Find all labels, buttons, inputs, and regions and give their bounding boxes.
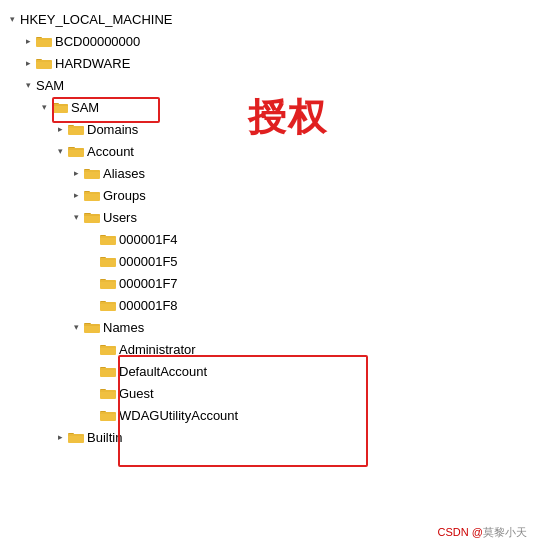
expander-u1f4[interactable] <box>84 231 100 247</box>
expander-hardware[interactable] <box>20 55 36 71</box>
item-label-users: Users <box>103 210 137 225</box>
expander-u1f7[interactable] <box>84 275 100 291</box>
expander-defacct[interactable] <box>84 363 100 379</box>
svg-rect-14 <box>68 148 84 150</box>
folder-icon-aliases <box>84 166 100 180</box>
tree-item-bcd[interactable]: BCD00000000 <box>0 30 535 52</box>
registry-tree: HKEY_LOCAL_MACHINE BCD00000000 HARDWARES… <box>0 0 535 456</box>
expander-domains[interactable] <box>52 121 68 137</box>
expander-sam-root[interactable] <box>20 77 36 93</box>
tree-item-builtin[interactable]: Builtin <box>0 426 535 448</box>
tree-item-u1f5[interactable]: 000001F5 <box>0 250 535 272</box>
tree-item-u1f4[interactable]: 000001F4 <box>0 228 535 250</box>
item-label-wdag: WDAGUtilityAccount <box>119 408 238 423</box>
tree-item-aliases[interactable]: Aliases <box>0 162 535 184</box>
tree-item-wdag[interactable]: WDAGUtilityAccount <box>0 404 535 426</box>
item-label-names: Names <box>103 320 144 335</box>
svg-rect-11 <box>68 126 84 128</box>
item-label-u1f8: 000001F8 <box>119 298 178 313</box>
tree-item-account[interactable]: Account <box>0 140 535 162</box>
item-label-hklm: HKEY_LOCAL_MACHINE <box>20 12 172 27</box>
tree-item-u1f7[interactable]: 000001F7 <box>0 272 535 294</box>
folder-icon-u1f4 <box>100 232 116 246</box>
svg-rect-53 <box>68 434 84 436</box>
folder-icon-domains <box>68 122 84 136</box>
watermark: CSDN @莫黎小天 <box>438 525 527 540</box>
expander-builtin[interactable] <box>52 429 68 445</box>
folder-icon-defacct <box>100 364 116 378</box>
item-label-sam-root: SAM <box>36 78 64 93</box>
item-label-u1f5: 000001F5 <box>119 254 178 269</box>
svg-rect-2 <box>36 38 52 40</box>
folder-icon-u1f5 <box>100 254 116 268</box>
svg-rect-23 <box>84 214 100 216</box>
item-label-defacct: DefaultAccount <box>119 364 207 379</box>
folder-icon-names <box>84 320 100 334</box>
folder-icon-groups <box>84 188 100 202</box>
expander-names[interactable] <box>68 319 84 335</box>
item-label-account: Account <box>87 144 134 159</box>
tree-item-groups[interactable]: Groups <box>0 184 535 206</box>
expander-admin[interactable] <box>84 341 100 357</box>
expander-users[interactable] <box>68 209 84 225</box>
expander-wdag[interactable] <box>84 407 100 423</box>
tree-item-admin[interactable]: Administrator <box>0 338 535 360</box>
expander-bcd[interactable] <box>20 33 36 49</box>
folder-icon-admin <box>100 342 116 356</box>
expander-hklm[interactable] <box>4 11 20 27</box>
svg-rect-29 <box>100 258 116 260</box>
item-label-domains: Domains <box>87 122 138 137</box>
expander-aliases[interactable] <box>68 165 84 181</box>
svg-rect-5 <box>36 60 52 62</box>
watermark-csdn: CSDN @ <box>438 526 483 538</box>
item-label-groups: Groups <box>103 188 146 203</box>
folder-icon-users <box>84 210 100 224</box>
folder-icon-sam <box>52 100 68 114</box>
item-label-bcd: BCD00000000 <box>55 34 140 49</box>
tree-item-u1f8[interactable]: 000001F8 <box>0 294 535 316</box>
folder-icon-bcd <box>36 34 52 48</box>
svg-rect-8 <box>52 104 68 106</box>
svg-rect-38 <box>84 324 100 326</box>
authorization-label: 授权 <box>248 92 328 143</box>
svg-rect-26 <box>100 236 116 238</box>
item-label-builtin: Builtin <box>87 430 122 445</box>
tree-item-hklm[interactable]: HKEY_LOCAL_MACHINE <box>0 8 535 30</box>
svg-rect-17 <box>84 170 100 172</box>
watermark-author: 莫黎小天 <box>483 526 527 538</box>
svg-rect-41 <box>100 346 116 348</box>
svg-rect-35 <box>100 302 116 304</box>
folder-icon-wdag <box>100 408 116 422</box>
item-label-hardware: HARDWARE <box>55 56 130 71</box>
tree-item-names[interactable]: Names <box>0 316 535 338</box>
folder-icon-u1f7 <box>100 276 116 290</box>
svg-rect-44 <box>100 368 116 370</box>
tree-item-defacct[interactable]: DefaultAccount <box>0 360 535 382</box>
expander-sam[interactable] <box>36 99 52 115</box>
item-label-aliases: Aliases <box>103 166 145 181</box>
expander-u1f5[interactable] <box>84 253 100 269</box>
folder-icon-u1f8 <box>100 298 116 312</box>
expander-guest[interactable] <box>84 385 100 401</box>
folder-icon-builtin <box>68 430 84 444</box>
item-label-u1f4: 000001F4 <box>119 232 178 247</box>
item-label-admin: Administrator <box>119 342 196 357</box>
item-label-guest: Guest <box>119 386 154 401</box>
svg-rect-47 <box>100 390 116 392</box>
folder-icon-account <box>68 144 84 158</box>
expander-account[interactable] <box>52 143 68 159</box>
svg-rect-32 <box>100 280 116 282</box>
svg-rect-50 <box>100 412 116 414</box>
tree-item-hardware[interactable]: HARDWARE <box>0 52 535 74</box>
tree-item-guest[interactable]: Guest <box>0 382 535 404</box>
svg-rect-20 <box>84 192 100 194</box>
tree-item-users[interactable]: Users <box>0 206 535 228</box>
folder-icon-hardware <box>36 56 52 70</box>
expander-groups[interactable] <box>68 187 84 203</box>
item-label-u1f7: 000001F7 <box>119 276 178 291</box>
expander-u1f8[interactable] <box>84 297 100 313</box>
folder-icon-guest <box>100 386 116 400</box>
item-label-sam: SAM <box>71 100 99 115</box>
